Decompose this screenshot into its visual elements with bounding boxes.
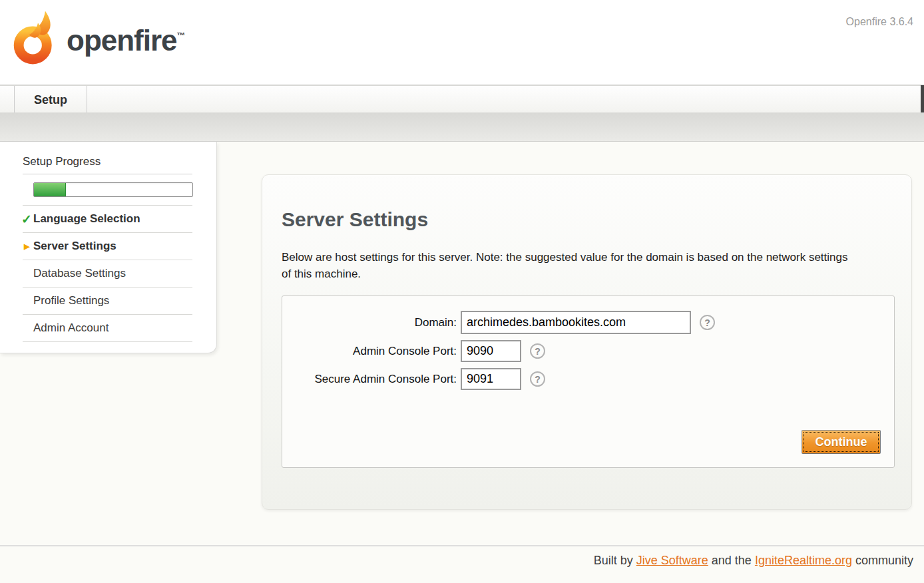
footer-divider (0, 545, 924, 546)
page-description: Below are host settings for this server.… (282, 249, 855, 282)
footer-text: and the (708, 554, 755, 567)
footer-text: community (852, 554, 913, 567)
secure-port-help-icon[interactable]: ? (530, 371, 545, 387)
page-title: Server Settings (282, 208, 428, 231)
step-label: Language Selection (33, 212, 140, 225)
admin-port-help-icon[interactable]: ? (530, 343, 545, 359)
trademark-symbol: ™ (177, 31, 186, 41)
footer-credits: Built by Jive Software and the IgniteRea… (594, 554, 913, 568)
step-admin-account: Admin Account (23, 314, 192, 342)
secure-admin-console-port-input[interactable] (461, 368, 521, 390)
setup-steps-list: ✓ Language Selection ▶ Server Settings D… (23, 205, 192, 342)
form-row-secure-admin-port: Secure Admin Console Port: ? (282, 368, 894, 390)
step-label: Database Settings (33, 267, 126, 280)
admin-console-port-input[interactable] (461, 340, 521, 362)
step-label: Server Settings (33, 240, 116, 252)
admin-console-port-label: Admin Console Port: (282, 345, 457, 358)
progress-bar (33, 182, 193, 197)
tab-bar: Setup (0, 85, 924, 112)
continue-button[interactable]: Continue (802, 430, 881, 454)
openfire-flame-logo-icon (12, 4, 64, 75)
secondary-nav-bar (0, 112, 924, 142)
domain-input[interactable] (461, 311, 691, 334)
current-step-arrow-icon: ▶ (24, 242, 29, 251)
version-text: Openfire 3.6.4 (846, 16, 913, 28)
header: openfire™ Openfire 3.6.4 (0, 0, 924, 85)
setup-progress-sidebar: Setup Progress ✓ Language Selection ▶ Se… (0, 142, 217, 353)
footer-text: Built by (594, 554, 636, 567)
jive-software-link[interactable]: Jive Software (636, 554, 708, 567)
step-label: Admin Account (33, 321, 109, 334)
secure-admin-console-port-label: Secure Admin Console Port: (282, 373, 457, 386)
openfire-wordmark: openfire™ (67, 24, 186, 57)
step-database-settings: Database Settings (23, 260, 192, 287)
tab-setup[interactable]: Setup (14, 86, 87, 114)
step-profile-settings: Profile Settings (23, 287, 192, 314)
domain-label: Domain: (282, 316, 457, 329)
form-row-domain: Domain: ? (282, 311, 894, 334)
step-language-selection: ✓ Language Selection (23, 205, 192, 232)
form-row-admin-port: Admin Console Port: ? (282, 340, 894, 362)
domain-help-icon[interactable]: ? (700, 315, 715, 330)
step-label: Profile Settings (33, 294, 109, 307)
server-settings-form: Domain: ? Admin Console Port: ? Secure A… (282, 295, 895, 468)
step-server-settings: ▶ Server Settings (23, 232, 192, 260)
sidebar-title: Setup Progress (23, 155, 192, 174)
progress-fill (34, 183, 66, 196)
igniterealtime-link[interactable]: IgniteRealtime.org (755, 554, 852, 567)
check-icon: ✓ (21, 212, 32, 227)
server-settings-panel: Server Settings Below are host settings … (262, 174, 912, 510)
